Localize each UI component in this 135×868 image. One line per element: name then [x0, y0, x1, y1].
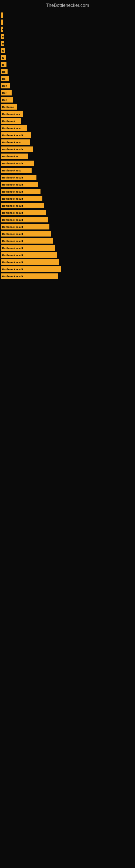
bar-row: E — [1, 48, 134, 54]
result-bar: Bott — [1, 83, 10, 88]
bar-row: Bot — [1, 90, 134, 96]
result-bar — [1, 12, 3, 18]
result-bar: Bo — [1, 76, 9, 82]
result-bar: Bottleneck result — [1, 217, 48, 222]
result-bar: Bottleneck result — [1, 245, 55, 251]
result-bar: E — [1, 27, 3, 32]
bar-row: Bottleneck result — [1, 210, 134, 216]
bar-row: Bottleneck result — [1, 273, 134, 279]
result-bar: Bottleneck result — [1, 196, 42, 201]
result-bar: Bottleneck result — [1, 259, 59, 265]
site-title: TheBottlenecker.com — [46, 3, 89, 8]
result-bar: Bottleneck result — [1, 161, 34, 166]
title-bar: TheBottlenecker.com — [0, 0, 135, 9]
result-bar: E — [1, 55, 6, 60]
result-bar: Bottleneck result — [1, 132, 31, 138]
bar-row: Bottleneck resu — [1, 125, 134, 131]
bar-row: Bottleneck result — [1, 231, 134, 237]
result-bar: m — [1, 34, 4, 39]
result-bar: Bottleneck resu — [1, 140, 30, 145]
bar-row: Bo — [1, 76, 134, 82]
bar-row: Bottleneck result — [1, 252, 134, 258]
bar-row: Bottleneck resu — [1, 139, 134, 145]
result-bar: Bott — [1, 97, 13, 102]
result-bar: Bottleneck result — [1, 231, 51, 237]
result-bar: Bottleneck result — [1, 175, 37, 180]
bar-row: Bottleneck result — [1, 188, 134, 194]
result-bar: Bo — [1, 69, 8, 74]
bar-row: Bottleneck result — [1, 217, 134, 223]
result-bar: Bottleneck result — [1, 210, 46, 215]
result-bar: Bottleneck result — [1, 189, 41, 194]
bar-row: Bottleneck — [1, 118, 134, 124]
bar-row: E — [1, 26, 134, 32]
result-bar — [1, 20, 3, 25]
bar-row: Bott — [1, 83, 134, 89]
bar-row: Bottleneck result — [1, 266, 134, 272]
result-bar: B — [1, 41, 4, 46]
bar-row: Bo — [1, 69, 134, 74]
bar-row: Bottleneck res — [1, 111, 134, 117]
result-bar: Bottleneck re — [1, 154, 28, 159]
bar-row: Bottlenec — [1, 104, 134, 110]
result-bar: Bot — [1, 90, 12, 95]
result-bar: Bottleneck result — [1, 203, 44, 208]
bar-row: Bottleneck result — [1, 203, 134, 209]
result-bar: Bottleneck resu — [1, 167, 32, 173]
result-bar: Bottleneck result — [1, 182, 38, 187]
bar-row — [1, 12, 134, 18]
bar-row: Bottleneck result — [1, 195, 134, 202]
bar-row: Bott — [1, 97, 134, 103]
bar-row: Bottleneck result — [1, 238, 134, 244]
result-bar: Bottleneck result — [1, 252, 57, 258]
result-bar: Bottleneck result — [1, 267, 61, 272]
bar-row: E — [1, 55, 134, 61]
result-bar: Bottleneck result — [1, 224, 49, 229]
result-bar: Bottleneck result — [1, 273, 58, 279]
result-bar: Bottleneck result — [1, 238, 53, 244]
bar-row: B — [1, 40, 134, 46]
result-bar: Bottleneck result — [1, 147, 33, 152]
bar-row: Bottleneck result — [1, 224, 134, 230]
bar-row: Bottleneck result — [1, 160, 134, 166]
bar-row: Bottleneck result — [1, 245, 134, 251]
result-bar: E — [1, 48, 5, 53]
bar-row: Bottleneck result — [1, 132, 134, 138]
result-bar: Bottleneck resu — [1, 125, 27, 131]
page-wrapper: TheBottlenecker.com EmBEEBBoBoBottBotBot… — [0, 0, 135, 286]
result-bar: B — [1, 62, 6, 67]
chart-container: EmBEEBBoBoBottBotBottBottlenecBottleneck… — [1, 12, 134, 279]
result-bar: Bottleneck — [1, 118, 21, 124]
bar-row — [1, 19, 134, 25]
bar-row: Bottleneck result — [1, 175, 134, 180]
bar-row: m — [1, 33, 134, 39]
result-bar: Bottlenec — [1, 104, 17, 110]
bar-row: Bottleneck result — [1, 182, 134, 187]
bar-row: B — [1, 62, 134, 67]
bar-row: Bottleneck result — [1, 146, 134, 152]
bar-row: Bottleneck result — [1, 259, 134, 265]
result-bar: Bottleneck res — [1, 111, 23, 117]
bar-row: Bottleneck re — [1, 153, 134, 159]
bar-row: Bottleneck resu — [1, 167, 134, 173]
